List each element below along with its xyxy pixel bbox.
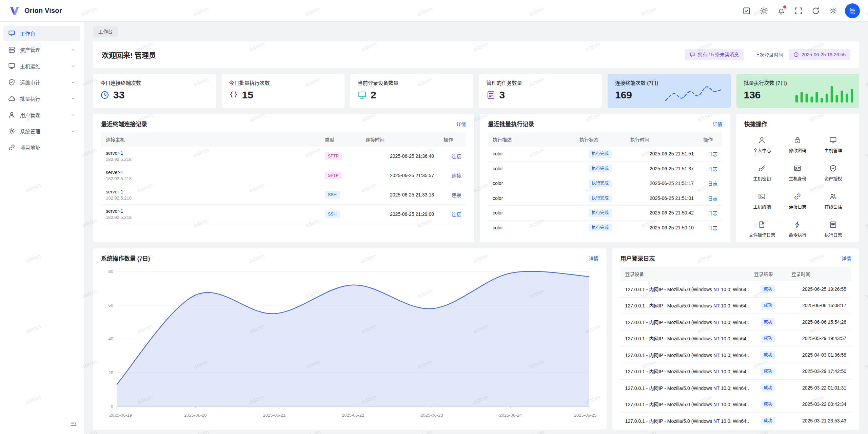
execution-time: 2025-06-25 21:51:51 <box>626 147 698 161</box>
settings-button[interactable] <box>826 4 840 18</box>
chevron-down-icon <box>71 63 76 69</box>
login-log-row: 127.0.0.1 - 内网IP - Mozilla/5.0 (Windows … <box>620 347 851 363</box>
monitor-icon <box>8 62 15 70</box>
welcome-banner: 欢迎回来! 管理员 您有 15 条未读消息 上次登录时间 2025-06-25 … <box>93 41 859 68</box>
divider <box>749 51 749 58</box>
chevron-down-icon <box>71 47 76 52</box>
execution-time: 2025-06-25 21:51:17 <box>626 176 698 191</box>
quick-action-label: 命令执行 <box>789 231 806 238</box>
terminal-connection-row: server-1182.92.5.218SFTP2025-06-25 21:35… <box>101 166 466 185</box>
sidebar-item-host-operations[interactable]: 主机运维 <box>3 58 80 73</box>
batch-details-link[interactable]: 详情 <box>713 120 722 127</box>
table-header-row: 连接主机 类型 连接时间 操作 <box>101 132 466 147</box>
quick-action-change-password[interactable]: 修改密码 <box>780 136 815 153</box>
tasklist-icon <box>487 91 495 99</box>
batch-executions-table: 执行描述 执行状态 执行时间 操作 color执行完成2025-06-25 21… <box>488 132 722 235</box>
user-icon <box>758 136 766 144</box>
svg-text:20: 20 <box>108 370 113 375</box>
quick-action-host-terminal[interactable]: 主机终端 <box>744 193 780 210</box>
terminal-details-link[interactable]: 详情 <box>456 120 466 127</box>
login-log-row: 127.0.0.1 - 内网IP - Mozilla/5.0 (Windows … <box>620 297 851 314</box>
quick-action-execution-log[interactable]: 执行日志 <box>815 221 851 238</box>
connect-link[interactable]: 连接 <box>452 212 461 217</box>
stat-label: 当前登录设备数量 <box>358 79 466 86</box>
batch-execution-row: color执行完成2025-06-25 21:50:10日志 <box>488 220 722 235</box>
log-link[interactable]: 日志 <box>708 181 717 186</box>
terminal-connections-table: 连接主机 类型 连接时间 操作 server-1182.92.5.218SFTP… <box>101 132 466 224</box>
monitor-icon <box>358 91 367 99</box>
log-link[interactable]: 日志 <box>708 196 717 201</box>
sidebar-item-label: 系统管理 <box>20 128 66 135</box>
connect-link[interactable]: 连接 <box>452 154 461 159</box>
sidebar-collapse-button[interactable] <box>67 418 80 430</box>
login-device: 127.0.0.1 - 内网IP - Mozilla/5.0 (Windows … <box>620 396 749 413</box>
theme-toggle-button[interactable] <box>757 4 771 18</box>
file-icon <box>758 221 766 228</box>
sidebar-item-system-management[interactable]: 系统管理 <box>3 124 80 138</box>
login-result-badge: 成功 <box>761 302 775 309</box>
chart-details-link[interactable]: 详情 <box>589 255 598 262</box>
fullscreen-button[interactable] <box>791 4 806 18</box>
execution-time: 2025-06-25 21:51:37 <box>626 161 698 176</box>
system-operations-panel: 系统操作数量 (7日) 详情 0204060802025-06-192025-0… <box>93 248 607 430</box>
log-link[interactable]: 日志 <box>708 210 717 216</box>
quick-action-online-sessions[interactable]: 在线会话 <box>815 193 851 210</box>
login-time: 2025-03-22 00:42:34 <box>787 396 851 413</box>
quick-action-asset-authorization[interactable]: 资产授权 <box>815 165 851 182</box>
log-link[interactable]: 日志 <box>708 151 717 157</box>
quick-action-host-keys[interactable]: 主机密钥 <box>744 165 780 182</box>
shieldcheck-icon <box>8 79 15 86</box>
user-icon <box>8 111 15 118</box>
chevron-down-icon <box>71 96 76 101</box>
breadcrumb[interactable]: 工作台 <box>93 26 118 37</box>
col-login-result: 登录结果 <box>749 267 787 281</box>
system-operations-chart: 0204060802025-06-192025-06-202025-06-212… <box>101 267 598 421</box>
svg-text:2025-06-19: 2025-06-19 <box>110 413 132 418</box>
execution-status-badge: 执行完成 <box>589 150 612 158</box>
stat-label: 今日批量执行次数 <box>229 79 337 86</box>
sidebar-item-workbench[interactable]: 工作台 <box>3 26 80 41</box>
user-avatar[interactable]: 管 <box>845 3 860 18</box>
gear-icon <box>8 128 15 135</box>
refresh-button[interactable] <box>809 4 823 18</box>
terminal-connection-row: server-1182.92.5.218SSH2025-06-25 21:33:… <box>101 185 466 205</box>
col-exec-desc: 执行描述 <box>488 132 575 147</box>
login-result-badge: 成功 <box>761 351 775 359</box>
quick-action-host-management[interactable]: 主机管理 <box>815 136 851 153</box>
log-link[interactable]: 日志 <box>708 225 717 231</box>
batch-executions-panel: 最近批量执行记录 详情 执行描述 执行状态 执行时间 操作 color执行完成2… <box>480 114 730 242</box>
batch-execution-row: color执行完成2025-06-25 21:51:01日志 <box>488 191 722 206</box>
logo-icon <box>9 5 20 17</box>
log-link[interactable]: 日志 <box>708 166 717 172</box>
sidebar-item-project-link[interactable]: 项目地址 <box>3 140 80 155</box>
quick-action-file-operation-log[interactable]: 文件操作日志 <box>744 221 780 238</box>
quick-action-connection-log[interactable]: 连接日志 <box>780 193 815 210</box>
connection-time: 2025-06-25 21:33:13 <box>361 185 439 205</box>
sidebar-item-ops-audit[interactable]: 运维审计 <box>3 75 80 90</box>
collapse-sidebar-icon <box>70 420 77 428</box>
loglist-icon <box>829 221 837 228</box>
welcome-title: 欢迎回来! 管理员 <box>102 50 156 60</box>
execution-status-badge: 执行完成 <box>589 209 612 217</box>
stat-card-3: 管理的任务数量3 <box>479 74 602 108</box>
sidebar-item-asset-management[interactable]: 资产管理 <box>3 42 80 57</box>
quick-action-personal-center[interactable]: 个人中心 <box>744 136 780 153</box>
login-details-link[interactable]: 详情 <box>842 255 851 262</box>
batch-execution-row: color执行完成2025-06-25 21:50:42日志 <box>488 206 722 221</box>
sidebar-item-batch-execution[interactable]: 批量执行 <box>3 91 80 106</box>
stat-value: 3 <box>499 89 505 100</box>
connect-link[interactable]: 连接 <box>452 173 461 178</box>
quick-action-host-identity[interactable]: 主机身份 <box>780 165 815 182</box>
sidebar-item-user-management[interactable]: 用户管理 <box>3 107 80 122</box>
unread-messages-badge[interactable]: 您有 15 条未读消息 <box>685 49 744 60</box>
notifications-button[interactable] <box>774 4 788 18</box>
app-logo[interactable]: Orion Visor <box>9 5 62 17</box>
sidebar-item-label: 用户管理 <box>20 111 66 118</box>
connection-time: 2025-06-25 21:29:00 <box>361 205 439 224</box>
login-time: 2025-05-29 19:43:57 <box>787 330 851 347</box>
stat-value: 2 <box>371 89 376 100</box>
connect-link[interactable]: 连接 <box>452 192 461 198</box>
quick-action-label: 文件操作日志 <box>749 231 775 238</box>
message-center-button[interactable] <box>739 4 754 18</box>
quick-action-command-execution[interactable]: 命令执行 <box>780 221 815 238</box>
